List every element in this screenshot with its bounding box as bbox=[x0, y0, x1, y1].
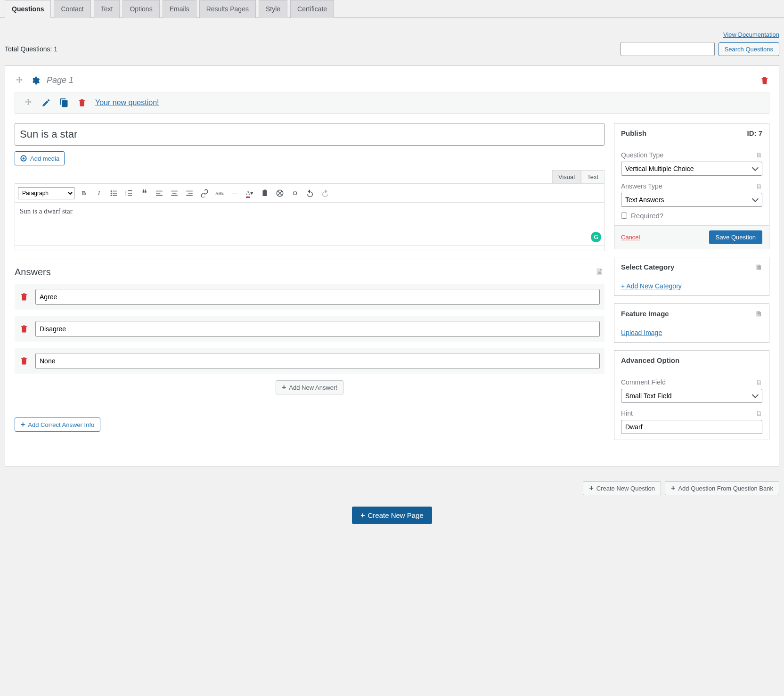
search-questions-button[interactable]: Search Questions bbox=[719, 42, 779, 56]
add-answer-button[interactable]: +Add New Answer! bbox=[276, 380, 343, 394]
italic-icon[interactable]: I bbox=[93, 188, 105, 199]
trash-icon[interactable] bbox=[760, 76, 769, 85]
svg-rect-19 bbox=[188, 193, 193, 194]
add-from-bank-button[interactable]: +Add Question From Question Bank bbox=[665, 481, 779, 495]
document-icon[interactable]: 🗎 bbox=[595, 267, 604, 278]
upload-image-link[interactable]: Upload Image bbox=[621, 329, 662, 336]
add-media-button[interactable]: Add media bbox=[15, 151, 65, 165]
answer-input[interactable] bbox=[35, 289, 600, 305]
editor-content[interactable]: Sun is a dwarf star G bbox=[15, 203, 604, 245]
move-icon[interactable] bbox=[24, 98, 33, 107]
publish-title: Publish bbox=[621, 129, 646, 137]
advanced-box: Advanced Option Comment Field🗎 Small Tex… bbox=[614, 350, 769, 440]
pencil-icon[interactable] bbox=[41, 98, 51, 107]
gear-icon[interactable] bbox=[31, 76, 40, 85]
question-title-input[interactable] bbox=[15, 123, 604, 146]
editor-resize[interactable] bbox=[15, 245, 604, 251]
svg-rect-17 bbox=[171, 195, 178, 196]
special-char-icon[interactable]: Ω bbox=[289, 188, 301, 199]
tab-questions[interactable]: Questions bbox=[5, 0, 51, 18]
paragraph-select[interactable]: Paragraph bbox=[18, 187, 74, 199]
answer-input[interactable] bbox=[35, 321, 600, 337]
tab-contact[interactable]: Contact bbox=[54, 0, 90, 18]
svg-rect-13 bbox=[156, 193, 160, 194]
required-label: Required? bbox=[631, 212, 663, 220]
redo-icon[interactable] bbox=[319, 188, 331, 199]
tab-certificate[interactable]: Certificate bbox=[290, 0, 334, 18]
hr-icon[interactable]: — bbox=[229, 188, 240, 199]
comment-field-select[interactable]: Small Text Field bbox=[621, 389, 762, 403]
answer-row bbox=[15, 348, 604, 374]
tab-emails[interactable]: Emails bbox=[163, 0, 196, 18]
document-icon[interactable]: 🗎 bbox=[756, 182, 762, 190]
editor-toolbar: Paragraph B I 123 ❝ ABE — A ▾ Ω bbox=[15, 184, 604, 203]
new-question-link[interactable]: Your new question! bbox=[95, 98, 159, 107]
page-block: Page 1 Your new question! Add media Visu… bbox=[5, 66, 779, 467]
svg-rect-21 bbox=[263, 190, 267, 196]
document-icon[interactable]: 🗎 bbox=[756, 151, 762, 159]
bullet-list-icon[interactable] bbox=[108, 188, 120, 199]
copy-icon[interactable] bbox=[59, 98, 69, 107]
save-question-button[interactable]: Save Question bbox=[709, 230, 762, 244]
numbered-list-icon[interactable]: 123 bbox=[123, 188, 135, 199]
required-checkbox[interactable] bbox=[621, 213, 627, 219]
svg-rect-11 bbox=[128, 196, 132, 197]
comment-field-label: Comment Field bbox=[621, 378, 666, 386]
svg-rect-12 bbox=[156, 191, 163, 192]
category-box: Select Category🗎 + Add New Category bbox=[614, 257, 769, 296]
answer-row bbox=[15, 316, 604, 342]
align-center-icon[interactable] bbox=[169, 188, 180, 199]
svg-rect-9 bbox=[128, 193, 132, 194]
tab-text[interactable]: Text bbox=[94, 0, 120, 18]
align-left-icon[interactable] bbox=[154, 188, 165, 199]
align-right-icon[interactable] bbox=[184, 188, 195, 199]
clear-format-icon[interactable] bbox=[274, 188, 286, 199]
main-tabs: Questions Contact Text Options Emails Re… bbox=[0, 0, 784, 18]
answer-row bbox=[15, 284, 604, 310]
document-icon[interactable]: 🗎 bbox=[755, 263, 762, 271]
bold-icon[interactable]: B bbox=[78, 188, 90, 199]
paste-icon[interactable] bbox=[259, 188, 270, 199]
editor-tab-text[interactable]: Text bbox=[581, 170, 604, 183]
question-type-select[interactable]: Vertical Multiple Choice bbox=[621, 162, 762, 176]
svg-point-0 bbox=[111, 190, 112, 192]
search-input[interactable] bbox=[621, 42, 715, 56]
answers-type-label: Answers Type bbox=[621, 182, 662, 190]
move-icon[interactable] bbox=[15, 76, 24, 85]
document-icon[interactable]: 🗎 bbox=[756, 409, 762, 417]
total-questions-label: Total Questions: 1 bbox=[5, 45, 57, 53]
tab-results[interactable]: Results Pages bbox=[199, 0, 256, 18]
editor-tab-visual[interactable]: Visual bbox=[552, 170, 581, 183]
svg-rect-5 bbox=[113, 195, 117, 196]
create-new-page-button[interactable]: +Create New Page bbox=[352, 507, 432, 524]
cancel-link[interactable]: Cancel bbox=[621, 234, 640, 241]
add-correct-answer-button[interactable]: +Add Correct Answer Info bbox=[15, 418, 100, 432]
answers-type-select[interactable]: Text Answers bbox=[621, 193, 762, 207]
undo-icon[interactable] bbox=[304, 188, 316, 199]
text-color-icon[interactable]: A ▾ bbox=[244, 188, 255, 199]
svg-point-4 bbox=[111, 195, 112, 196]
view-documentation-link[interactable]: View Documentation bbox=[723, 31, 779, 38]
svg-rect-7 bbox=[128, 190, 132, 191]
tab-style[interactable]: Style bbox=[259, 0, 287, 18]
svg-rect-3 bbox=[113, 193, 117, 194]
answer-input[interactable] bbox=[35, 353, 600, 369]
strikethrough-icon[interactable]: ABE bbox=[214, 188, 225, 199]
quote-icon[interactable]: ❝ bbox=[139, 188, 150, 199]
document-icon[interactable]: 🗎 bbox=[755, 310, 762, 318]
feature-image-title: Feature Image bbox=[621, 310, 669, 318]
trash-icon[interactable] bbox=[19, 292, 29, 302]
hint-input[interactable] bbox=[621, 420, 762, 434]
advanced-title: Advanced Option bbox=[621, 356, 679, 364]
trash-icon[interactable] bbox=[19, 356, 29, 366]
create-new-question-button[interactable]: +Create New Question bbox=[583, 481, 661, 495]
trash-icon[interactable] bbox=[77, 98, 87, 107]
svg-rect-20 bbox=[186, 195, 193, 196]
tab-options[interactable]: Options bbox=[122, 0, 159, 18]
add-category-link[interactable]: + Add New Category bbox=[621, 282, 682, 290]
document-icon[interactable]: 🗎 bbox=[756, 378, 762, 386]
trash-icon[interactable] bbox=[19, 324, 29, 334]
grammarly-icon[interactable]: G bbox=[591, 232, 601, 242]
svg-rect-14 bbox=[156, 195, 163, 196]
link-icon[interactable] bbox=[199, 188, 210, 199]
